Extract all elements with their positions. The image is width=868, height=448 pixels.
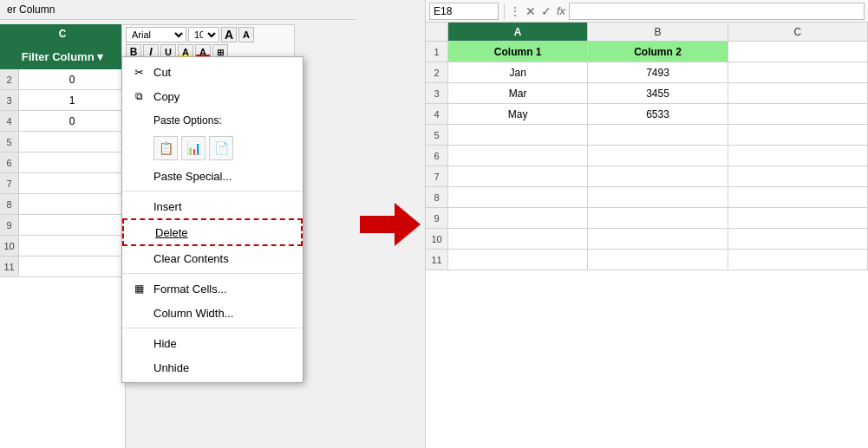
cell-a10[interactable] bbox=[448, 229, 588, 250]
unhide-label: Unhide bbox=[153, 361, 292, 374]
menu-item-clear-contents[interactable]: Clear Contents bbox=[122, 246, 303, 270]
cell-c7[interactable] bbox=[728, 166, 868, 187]
cell-a11[interactable] bbox=[448, 250, 588, 270]
cell-b8[interactable] bbox=[588, 187, 728, 208]
table-row: 6 bbox=[426, 146, 868, 166]
cut-label: Cut bbox=[153, 66, 292, 79]
cell-c5[interactable] bbox=[728, 125, 868, 146]
row-num-5: 5 bbox=[426, 125, 448, 146]
paste-options-label: Paste Options: bbox=[153, 114, 292, 127]
list-item: 11 bbox=[0, 256, 125, 277]
col-header-a[interactable]: A bbox=[448, 23, 588, 42]
cell-b7[interactable] bbox=[588, 166, 728, 187]
cell-a2[interactable]: Jan bbox=[448, 62, 588, 83]
list-item: 10 bbox=[0, 236, 125, 256]
paste-special-label: Paste Special... bbox=[153, 170, 292, 183]
font-name-select[interactable]: Arial bbox=[126, 27, 186, 42]
table-row: 7 bbox=[426, 166, 868, 187]
list-item: 2 0 bbox=[0, 69, 125, 90]
cell-c3[interactable] bbox=[728, 83, 868, 104]
cell-b11[interactable] bbox=[588, 250, 728, 270]
cell-c2[interactable] bbox=[728, 62, 868, 83]
menu-item-copy[interactable]: ⧉ Copy bbox=[122, 84, 303, 108]
table-row: 1 Column 1 Column 2 bbox=[426, 42, 868, 62]
cell-a1[interactable]: Column 1 bbox=[448, 42, 588, 62]
format-cells-icon: ▦ bbox=[129, 281, 148, 296]
table-row: 4 May 6533 bbox=[426, 104, 868, 125]
increase-font-button[interactable]: A bbox=[221, 27, 237, 42]
cell-b3[interactable]: 3455 bbox=[588, 83, 728, 104]
menu-item-delete[interactable]: Delete bbox=[122, 218, 303, 246]
name-box[interactable]: E18 bbox=[429, 3, 499, 20]
menu-item-unhide[interactable]: Unhide bbox=[122, 355, 303, 380]
menu-item-column-width[interactable]: Column Width... bbox=[122, 301, 303, 325]
direction-arrow bbox=[356, 0, 425, 448]
menu-item-format-cells[interactable]: ▦ Format Cells... bbox=[122, 276, 303, 301]
cell-c9[interactable] bbox=[728, 208, 868, 229]
cell-c8[interactable] bbox=[728, 187, 868, 208]
formula-input[interactable] bbox=[569, 3, 865, 20]
row-num-11: 11 bbox=[426, 250, 448, 270]
separator-2 bbox=[122, 273, 303, 274]
hide-label: Hide bbox=[153, 337, 292, 350]
function-icon[interactable]: fx bbox=[557, 4, 565, 17]
cell-b9[interactable] bbox=[588, 208, 728, 229]
cell-c1[interactable] bbox=[728, 42, 868, 62]
filter-col-label: Filter Column ▾ bbox=[0, 43, 125, 69]
menu-item-hide[interactable]: Hide bbox=[122, 331, 303, 355]
col-header-b[interactable]: B bbox=[588, 23, 728, 42]
cell-c11[interactable] bbox=[728, 250, 868, 270]
cell-b4[interactable]: 6533 bbox=[588, 104, 728, 125]
cell-a5[interactable] bbox=[448, 125, 588, 146]
cell-b6[interactable] bbox=[588, 146, 728, 166]
cell-b1[interactable]: Column 2 bbox=[588, 42, 728, 62]
cell-c4[interactable] bbox=[728, 104, 868, 125]
cell-a4[interactable]: May bbox=[448, 104, 588, 125]
cell-a7[interactable] bbox=[448, 166, 588, 187]
cell-a9[interactable] bbox=[448, 208, 588, 229]
dots-icon: ⋮ bbox=[510, 5, 520, 17]
column-width-icon bbox=[129, 305, 148, 321]
row-num-10: 10 bbox=[426, 229, 448, 250]
decrease-font-button[interactable]: A bbox=[238, 27, 254, 42]
list-item: 6 bbox=[0, 153, 125, 173]
insert-icon bbox=[129, 198, 148, 214]
cell-b2[interactable]: 7493 bbox=[588, 62, 728, 83]
table-row: 10 bbox=[426, 229, 868, 250]
cell-b5[interactable] bbox=[588, 125, 728, 146]
cancel-icon[interactable]: ✕ bbox=[525, 4, 536, 18]
column-headers: A B C bbox=[426, 23, 868, 42]
paste-icon-1[interactable]: 📋 bbox=[153, 136, 178, 160]
sheet-left-rows: 2 0 3 1 4 0 5 6 7 bbox=[0, 69, 125, 277]
cell-c6[interactable] bbox=[728, 146, 868, 166]
confirm-icon[interactable]: ✓ bbox=[541, 4, 551, 18]
row-num-6: 6 bbox=[426, 146, 448, 166]
cell-a8[interactable] bbox=[448, 187, 588, 208]
paste-header-icon bbox=[129, 113, 148, 128]
arrow-head bbox=[395, 203, 421, 246]
delete-label: Delete bbox=[155, 226, 290, 239]
table-row: 3 Mar 3455 bbox=[426, 83, 868, 104]
cell-a6[interactable] bbox=[448, 146, 588, 166]
table-row: 5 bbox=[426, 125, 868, 146]
paste-options-row: 📋 📊 📄 bbox=[122, 133, 303, 164]
copy-label: Copy bbox=[153, 90, 292, 103]
list-item: 3 1 bbox=[0, 90, 125, 111]
copy-icon: ⧉ bbox=[129, 88, 148, 104]
paste-icon-3[interactable]: 📄 bbox=[209, 136, 233, 160]
table-row: 8 bbox=[426, 187, 868, 208]
col-header-c[interactable]: C bbox=[728, 23, 868, 42]
menu-item-insert[interactable]: Insert bbox=[122, 194, 303, 218]
cell-b10[interactable] bbox=[588, 229, 728, 250]
menu-item-paste-special[interactable]: Paste Special... bbox=[122, 164, 303, 188]
cell-a3[interactable]: Mar bbox=[448, 83, 588, 104]
hide-icon bbox=[129, 335, 148, 351]
menu-item-cut[interactable]: ✂ Cut bbox=[122, 60, 303, 84]
insert-label: Insert bbox=[153, 200, 292, 213]
cell-c10[interactable] bbox=[728, 229, 868, 250]
paste-icon-2[interactable]: 📊 bbox=[181, 136, 206, 160]
arrow-shape bbox=[360, 203, 421, 246]
delete-icon bbox=[131, 224, 150, 240]
font-size-select[interactable]: 10 bbox=[188, 27, 219, 42]
row-num-8: 8 bbox=[426, 187, 448, 208]
